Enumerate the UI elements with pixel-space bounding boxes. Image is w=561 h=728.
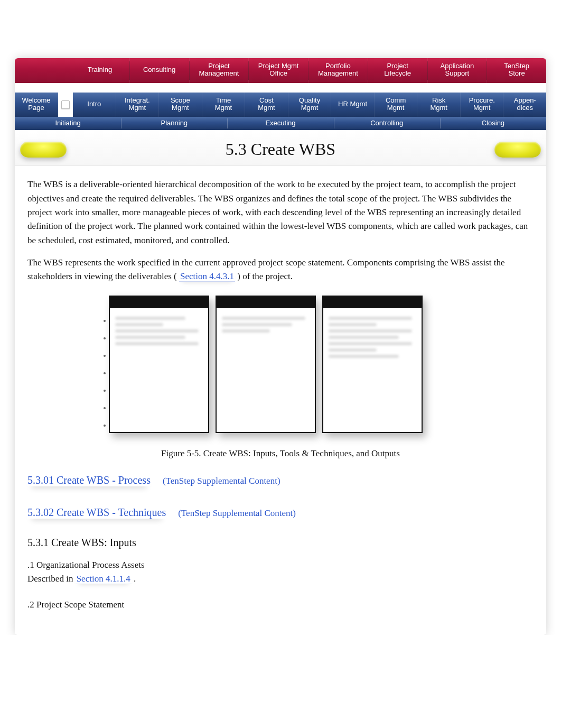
input-item-2: .2 Project Scope Statement <box>27 598 534 612</box>
figure-panel-tools <box>216 296 316 433</box>
input-2-title: .2 Project Scope Statement <box>27 598 534 612</box>
next-pill-button[interactable] <box>494 142 541 158</box>
nav-top-portfolio-management[interactable]: PortfolioManagement <box>308 58 368 83</box>
nav-mid-risk[interactable]: RiskMgmt <box>417 93 461 117</box>
nav-mid-quality[interactable]: QualityMgmt <box>288 93 332 117</box>
link-5-3-02-suffix[interactable]: (TenStep Supplemental Content) <box>178 508 296 518</box>
nav-top-project-lifecycle[interactable]: ProjectLifecycle <box>368 58 428 83</box>
input-1-desc: Described in Section 4.1.1.4 . <box>27 572 534 586</box>
intro-paragraph-2: The WBS represents the work specified in… <box>27 256 534 284</box>
page-title: 5.3 Create WBS <box>67 140 494 159</box>
nav-phase-planning[interactable]: Planning <box>121 117 227 130</box>
nav-mid-cost[interactable]: CostMgmt <box>245 93 288 117</box>
figure-panel-outputs <box>322 296 423 433</box>
supplemental-row-1: 5.3.01 Create WBS - Process (TenStep Sup… <box>27 472 534 489</box>
nav-mid-scope[interactable]: ScopeMgmt <box>159 93 202 117</box>
input-item-1: .1 Organizational Process Assets Describ… <box>27 558 534 586</box>
nav-phase-executing[interactable]: Executing <box>227 117 333 130</box>
figure-dots-left <box>100 320 109 427</box>
page-container: Training Consulting ProjectManagement Pr… <box>15 58 546 635</box>
link-section-4-4-3-1[interactable]: Section 4.4.3.1 <box>179 271 235 282</box>
nav-mid-integration[interactable]: Integrat.Mgmt <box>116 93 160 117</box>
content-body: The WBS is a deliverable-oriented hierar… <box>15 166 546 635</box>
nav-phase-closing[interactable]: Closing <box>440 117 546 130</box>
intro-paragraph-1: The WBS is a deliverable-oriented hierar… <box>27 178 534 247</box>
link-5-3-02-techniques[interactable]: 5.3.02 Create WBS - Techniques <box>27 506 166 519</box>
nav-mid-time[interactable]: TimeMgmt <box>202 93 246 117</box>
nav-top-application-support[interactable]: ApplicationSupport <box>428 58 488 83</box>
nav-mid-hr[interactable]: HR Mgmt <box>331 93 375 117</box>
nav-phase-controlling[interactable]: Controlling <box>334 117 440 130</box>
link-5-3-01-suffix[interactable]: (TenStep Supplemental Content) <box>163 476 280 486</box>
link-section-4-1-1-4[interactable]: Section 4.1.1.4 <box>76 574 132 584</box>
nav-top-spacer <box>15 58 70 83</box>
nav-mid: WelcomePage Intro Integrat.Mgmt ScopeMgm… <box>15 93 546 117</box>
nav-mid-intro[interactable]: Intro <box>73 93 116 117</box>
nav-mid-appendices[interactable]: Appen-dices <box>503 93 546 117</box>
figure-caption: Figure 5-5. Create WBS: Inputs, Tools & … <box>109 447 452 460</box>
input-1-title: .1 Organizational Process Assets <box>27 558 534 572</box>
supplemental-row-2: 5.3.02 Create WBS - Techniques (TenStep … <box>27 504 534 521</box>
nav-top: Training Consulting ProjectManagement Pr… <box>15 58 546 83</box>
nav-phase: Initiating Planning Executing Controllin… <box>15 117 546 130</box>
prev-pill-button[interactable] <box>20 142 67 158</box>
nav-mid-procure[interactable]: Procure.Mgmt <box>461 93 504 117</box>
nav-top-training[interactable]: Training <box>70 58 130 83</box>
intro-p2-b: ) of the project. <box>237 271 293 281</box>
nav-phase-initiating[interactable]: Initiating <box>15 117 121 130</box>
nav-top-pmo[interactable]: Project MgmtOffice <box>249 58 308 83</box>
figure-5-5: Figure 5-5. Create WBS: Inputs, Tools & … <box>109 292 452 460</box>
link-5-3-01-process[interactable]: 5.3.01 Create WBS - Process <box>27 474 151 486</box>
nav-mid-welcome[interactable]: WelcomePage <box>15 93 58 117</box>
figure-panel-inputs <box>109 296 209 433</box>
nav-top-tenstep-store[interactable]: TenStepStore <box>487 58 546 83</box>
nav-top-consulting[interactable]: Consulting <box>130 58 190 83</box>
heading-5-3-1-inputs: 5.3.1 Create WBS: Inputs <box>27 535 534 551</box>
nav-top-project-management[interactable]: ProjectManagement <box>190 58 249 83</box>
nav-mid-comm[interactable]: CommMgmt <box>375 93 418 117</box>
input-1-desc-a: Described in <box>27 574 76 584</box>
home-icon <box>61 100 70 109</box>
input-1-desc-b: . <box>134 574 136 584</box>
nav-mid-home[interactable] <box>58 93 73 117</box>
title-row: 5.3 Create WBS <box>15 130 546 166</box>
